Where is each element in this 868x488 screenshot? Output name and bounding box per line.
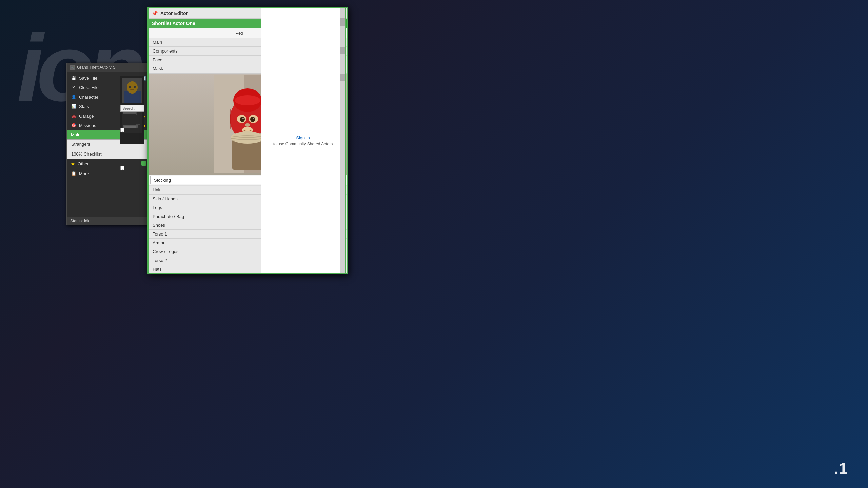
sign-in-description: to use Community Shared Actors <box>273 142 333 146</box>
gta-titlebar: 🎮 Grand Theft Auto V S <box>67 63 150 72</box>
sidebar-item-checklist[interactable]: 100% Checklist <box>67 149 150 159</box>
status-text: Status: Idle... <box>70 219 94 223</box>
sign-in-link[interactable]: Sign In <box>296 135 310 140</box>
gta-app-icon: 🎮 <box>70 65 75 70</box>
stats-label: Stats <box>79 104 89 109</box>
character-icon: 👤 <box>71 94 76 100</box>
save-file-icon: 💾 <box>71 75 76 81</box>
checkbox-2[interactable]: ✓ <box>120 166 124 170</box>
character-portrait-svg <box>122 78 142 103</box>
community-scroll-thumb-3 <box>340 74 345 81</box>
search-placeholder: Search... <box>122 106 137 110</box>
section-components-label: Components <box>153 48 178 54</box>
svg-rect-7 <box>136 111 137 115</box>
other-label: Other <box>78 161 89 166</box>
svg-rect-3 <box>134 86 136 88</box>
community-scrollbar[interactable] <box>340 8 345 273</box>
community-scroll-thumb <box>340 18 345 26</box>
checkbox-1[interactable]: ✓ <box>120 128 124 132</box>
section-hair-label: Hair <box>153 187 161 192</box>
more-icon: 📋 <box>71 171 76 176</box>
missions-icon: 🎯 <box>71 123 76 128</box>
svg-point-21 <box>240 117 245 122</box>
section-torso-1-label: Torso 1 <box>153 231 167 237</box>
checkbox-2-check: ✓ <box>121 168 123 172</box>
svg-point-1 <box>127 81 138 94</box>
character-label: Character <box>79 95 98 100</box>
svg-rect-2 <box>129 86 131 88</box>
section-hats-label: Hats <box>153 267 162 272</box>
character-avatar <box>122 78 142 103</box>
checkbox-1-check: ✓ <box>121 130 123 134</box>
strangers-label: Strangers <box>71 142 90 147</box>
weapon-thumb-2 <box>122 119 142 133</box>
other-star-icon: ★ <box>71 161 75 166</box>
search-box: Search... <box>120 105 144 112</box>
section-main-label: Main <box>153 40 162 45</box>
sidebar-item-other[interactable]: ★ Other <box>67 159 150 169</box>
section-face-label: Face <box>153 57 162 62</box>
svg-point-24 <box>253 118 254 119</box>
status-bar: Status: Idle... <box>67 217 150 225</box>
section-legs-label: Legs <box>153 205 162 210</box>
community-content: Sign In to use Community Shared Actors <box>261 8 345 273</box>
garage-icon: 🚗 <box>71 113 76 119</box>
community-panel: Sign In to use Community Shared Actors <box>261 7 346 274</box>
close-file-icon: ✕ <box>71 85 76 90</box>
svg-point-18 <box>235 95 260 105</box>
svg-rect-9 <box>136 124 140 125</box>
stats-icon: 📊 <box>71 104 76 109</box>
svg-point-25 <box>245 123 250 127</box>
section-crew-logos-label: Crew / Logos <box>153 249 179 254</box>
garage-label: Garage <box>79 114 94 119</box>
section-shoes-label: Shoes <box>153 223 165 228</box>
other-green-box <box>141 161 146 167</box>
actor-title-left: 📌 Actor Editor <box>152 11 188 16</box>
gta-title: Grand Theft Auto V S <box>77 65 116 70</box>
missions-label: Missions <box>79 123 96 128</box>
more-label: More <box>79 171 89 176</box>
main-label: Main <box>71 132 80 137</box>
save-file-label: Save File <box>79 76 97 81</box>
svg-point-22 <box>250 117 255 122</box>
close-file-label: Close File <box>79 85 99 90</box>
sidebar-item-more[interactable]: 📋 More <box>67 169 150 178</box>
section-torso-2-label: Torso 2 <box>153 258 167 263</box>
pin-icon: 📌 <box>152 11 158 16</box>
section-parachute-bag-label: Parachute / Bag <box>153 214 184 219</box>
svg-rect-10 <box>124 126 136 128</box>
section-armor-label: Armor <box>153 240 164 245</box>
actor-editor-title: Actor Editor <box>160 11 188 16</box>
bottom-right-indicator: .1 <box>834 459 848 478</box>
section-mask-label: Mask <box>153 66 163 71</box>
checklist-label: 100% Checklist <box>71 151 102 157</box>
section-skin-hands-label: Skin / Hands <box>153 196 178 201</box>
svg-rect-4 <box>130 89 134 90</box>
community-scroll-thumb-2 <box>340 47 345 54</box>
svg-point-23 <box>242 118 244 119</box>
